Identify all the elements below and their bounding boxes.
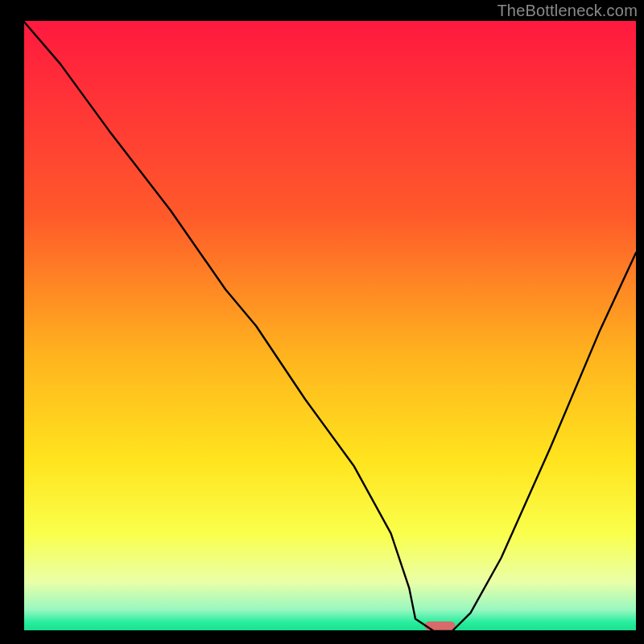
watermark-text: TheBottleneck.com <box>497 2 638 20</box>
chart-container: TheBottleneck.com <box>0 0 644 644</box>
chart-svg <box>0 0 644 644</box>
gradient-background <box>23 21 636 631</box>
